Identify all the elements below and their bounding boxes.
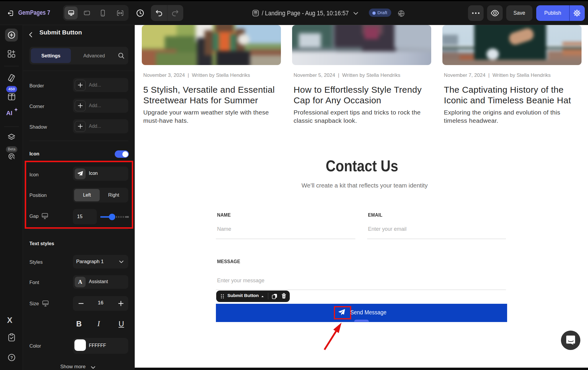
svg-text:?: ? (10, 355, 13, 360)
